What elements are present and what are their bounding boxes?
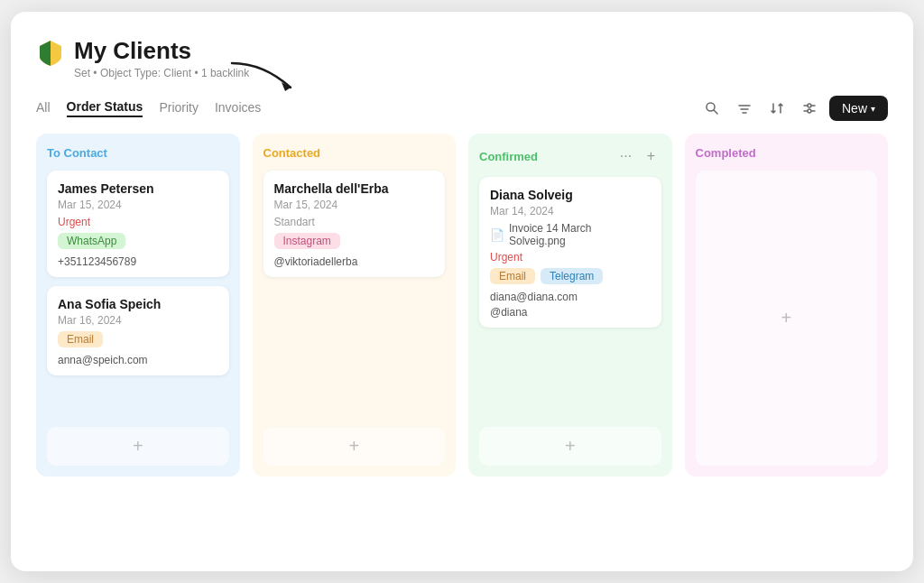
- col-title-confirmed: Confirmed: [479, 150, 538, 163]
- card-date: Mar 15, 2024: [58, 199, 218, 211]
- page-subtitle: Set • Object Type: Client • 1 backlink: [74, 67, 249, 79]
- card-james-petersen: James Petersen Mar 15, 2024 Urgent Whats…: [47, 171, 229, 277]
- card-ana-sofia: Ana Sofia Speich Mar 16, 2024 Email anna…: [47, 286, 229, 375]
- card-email: diana@diana.com: [490, 291, 651, 303]
- card-name: James Petersen: [58, 181, 218, 196]
- card-diana: Diana Solveig Mar 14, 2024 📄 Invoice 14 …: [479, 177, 661, 328]
- svg-line-2: [714, 110, 717, 114]
- tab-order-status[interactable]: Order Status: [67, 99, 143, 117]
- card-name: Ana Sofia Speich: [58, 297, 218, 311]
- settings-icon: [802, 101, 817, 116]
- col-more-button[interactable]: ···: [616, 146, 636, 166]
- col-title-contacted: Contacted: [263, 146, 321, 160]
- column-confirmed: Confirmed ··· + Diana Solveig Mar 14, 20…: [468, 134, 672, 477]
- tab-priority[interactable]: Priority: [159, 100, 199, 116]
- invoice-name: Invoice 14 March Solveig.png: [509, 222, 651, 247]
- tab-all[interactable]: All: [36, 100, 51, 116]
- add-card-to-contact-button[interactable]: +: [47, 427, 229, 466]
- app-logo-icon: [36, 39, 65, 68]
- card-date: Mar 14, 2024: [490, 205, 651, 217]
- column-to-contact: To Contact James Petersen Mar 15, 2024 U…: [36, 134, 240, 477]
- tags-row: WhatsApp: [58, 233, 218, 253]
- col-title-completed: Completed: [696, 146, 756, 160]
- add-card-contacted-button[interactable]: +: [263, 427, 446, 466]
- card-date: Mar 16, 2024: [58, 314, 218, 327]
- card-standard: Standart: [274, 216, 435, 228]
- header: My Clients Set • Object Type: Client • 1…: [36, 37, 888, 79]
- card-priority: Urgent: [58, 216, 218, 228]
- column-completed: Completed +: [685, 134, 889, 477]
- card-marchella: Marchella dell'Erba Mar 15, 2024 Standar…: [263, 171, 446, 277]
- card-handle: @viktoriadellerba: [274, 255, 435, 268]
- tags-row: Email: [58, 331, 218, 351]
- tag-telegram[interactable]: Telegram: [541, 268, 603, 284]
- card-priority: Urgent: [490, 251, 651, 264]
- invoice-row: 📄 Invoice 14 March Solveig.png: [490, 222, 651, 247]
- tags-row: Email Telegram: [490, 268, 651, 288]
- page-title: My Clients: [74, 37, 249, 65]
- card-name: Marchella dell'Erba: [274, 181, 435, 196]
- search-icon: [705, 101, 719, 116]
- tabs-right: New ▾: [699, 96, 888, 121]
- filter-icon: [737, 101, 752, 116]
- board: To Contact James Petersen Mar 15, 2024 U…: [36, 134, 888, 477]
- filter-button[interactable]: [732, 96, 757, 121]
- header-text: My Clients Set • Object Type: Client • 1…: [74, 37, 249, 79]
- arrow-annotation: [227, 59, 300, 95]
- col-header-confirmed: Confirmed ··· +: [479, 146, 661, 166]
- add-card-confirmed-button[interactable]: +: [479, 427, 661, 466]
- tabs-left: All Order Status Priority Invoices: [36, 99, 261, 117]
- settings-button[interactable]: [797, 96, 822, 121]
- card-email: anna@speich.com: [58, 354, 218, 366]
- card-name: Diana Solveig: [490, 188, 651, 202]
- tag-instagram[interactable]: Instagram: [274, 233, 340, 249]
- add-card-completed-button[interactable]: +: [696, 171, 878, 466]
- tag-email[interactable]: Email: [58, 331, 103, 347]
- col-add-button[interactable]: +: [642, 146, 661, 166]
- tab-invoices[interactable]: Invoices: [215, 100, 261, 116]
- col-header-completed: Completed: [696, 146, 878, 160]
- card-phone: +351123456789: [58, 255, 218, 268]
- tag-email[interactable]: Email: [490, 268, 535, 284]
- col-actions-confirmed: ··· +: [616, 146, 661, 166]
- tag-whatsapp[interactable]: WhatsApp: [58, 233, 125, 249]
- column-contacted: Contacted Marchella dell'Erba Mar 15, 20…: [253, 134, 457, 477]
- col-title-to-contact: To Contact: [47, 146, 107, 160]
- sort-icon: [770, 101, 784, 116]
- card-date: Mar 15, 2024: [274, 199, 435, 211]
- main-window: My Clients Set • Object Type: Client • 1…: [11, 12, 913, 571]
- sort-button[interactable]: [764, 96, 790, 121]
- search-button[interactable]: [699, 96, 725, 121]
- chevron-down-icon: ▾: [871, 104, 875, 114]
- new-button[interactable]: New ▾: [829, 96, 888, 121]
- invoice-icon: 📄: [490, 228, 504, 242]
- tags-row: Instagram: [274, 233, 435, 253]
- col-header-contacted: Contacted: [263, 146, 446, 160]
- card-handle: @diana: [490, 306, 651, 319]
- col-header-to-contact: To Contact: [47, 146, 229, 160]
- tabs-row: All Order Status Priority Invoices: [36, 96, 888, 121]
